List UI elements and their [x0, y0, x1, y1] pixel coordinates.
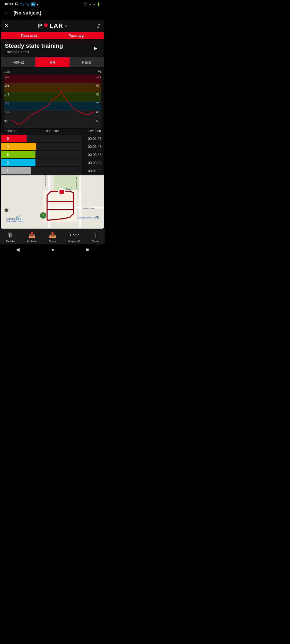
android-back-button[interactable]: ◀ [16, 247, 20, 253]
zone-1-number: 1 [1, 167, 15, 174]
android-recent-button[interactable]: ■ [86, 247, 89, 253]
tab-hr[interactable]: HR [35, 57, 69, 67]
zone-5-bar [15, 135, 82, 142]
pace-avg-label: Pace avg [68, 34, 84, 38]
more-icon: ⋮ [92, 232, 98, 239]
bpm-label: bpm [4, 70, 10, 74]
more-label: More [92, 240, 99, 243]
reply-all-button[interactable]: ↩↩ Reply all [68, 232, 80, 243]
zone-3-number: 3 [1, 151, 15, 158]
zones-container: 5 00:01:08 4 00:03:47 3 00:03:35 2 [1, 135, 104, 174]
delete-icon: 🗑 [8, 232, 13, 239]
svg-text:70: 70 [96, 102, 99, 105]
back-button[interactable]: ← [4, 9, 10, 16]
zone-5-time: 00:01:08 [82, 137, 104, 141]
pace-bar: Pace max Pace avg [1, 32, 104, 39]
polar-logo: PLAR® [38, 22, 67, 29]
zone-2-number: 2 [1, 159, 15, 166]
pace-max-label: Pace max [21, 34, 37, 38]
zone-4-bar [15, 143, 82, 150]
svg-text:125: 125 [4, 102, 9, 105]
email-subject: (No subject) [13, 10, 41, 16]
svg-text:🛒: 🛒 [16, 215, 21, 220]
status-time: 18:33 [4, 2, 13, 6]
chart-container: 179 161 143 125 107 90 100 90 80 70 60 5… [4, 75, 101, 128]
svg-rect-0 [4, 75, 101, 83]
svg-text:90: 90 [96, 84, 99, 87]
polar-header: × PLAR® ⤴ [1, 20, 104, 32]
archive-button[interactable]: 📥 Archive [27, 232, 37, 243]
training-title: Steady state training [5, 42, 63, 49]
zone-3-bar [15, 151, 82, 158]
face1-icon: 🐾 [20, 2, 24, 6]
signal-icon: ▲ [93, 3, 96, 6]
svg-text:Willock Ave: Willock Ave [83, 207, 95, 210]
polar-card: × PLAR® ⤴ Pace max Pace avg Steady state… [1, 20, 104, 229]
svg-rect-30 [54, 207, 104, 209]
zone-row-1: 1 00:01:23 [1, 167, 104, 174]
tab-fit-fat[interactable]: Fit/Fat [1, 57, 35, 67]
status-left: 18:33 🗨 🐾 🐾 in • [4, 2, 38, 6]
face2-icon: 🐾 [26, 2, 30, 6]
zone-4-time: 00:03:47 [82, 145, 104, 149]
zone-4-fill [15, 143, 36, 150]
training-section: Steady state training Training Benefit ▶ [1, 39, 104, 57]
time-label-2: 00:10:00 [88, 129, 101, 133]
more-button[interactable]: ⋮ More [92, 232, 99, 243]
zone-5-fill [15, 135, 27, 142]
svg-text:🛍: 🛍 [95, 215, 99, 219]
share-button[interactable]: ⤴ [97, 23, 100, 29]
svg-rect-4 [4, 110, 101, 128]
svg-rect-28 [79, 175, 81, 228]
zone-row-4: 4 00:03:47 [1, 143, 104, 150]
zone-2-time: 00:03:38 [82, 161, 104, 165]
tabs-row: Fit/Fat HR Pace [1, 57, 104, 67]
move-button[interactable]: 📤 Move [49, 232, 56, 243]
zone-2-fill [15, 159, 35, 166]
svg-text:143: 143 [4, 93, 9, 96]
zone-4-number: 4 [1, 143, 15, 150]
svg-text:🚶: 🚶 [42, 214, 46, 217]
polar-logo-dot [44, 23, 48, 27]
close-button[interactable]: × [5, 22, 8, 29]
chart-labels-row: bpm % [4, 70, 101, 74]
reply-all-icon: ↩↩ [69, 232, 79, 239]
zone-3-time: 00:03:35 [82, 153, 104, 157]
time-label-0: 00:00:00 [4, 129, 16, 133]
svg-rect-35 [59, 190, 64, 194]
tab-pace[interactable]: Pace [70, 57, 104, 67]
reply-all-label: Reply all [68, 240, 80, 243]
delete-button[interactable]: 🗑 Delete [6, 232, 15, 243]
svg-text:🎓: 🎓 [4, 208, 9, 213]
linkedin-icon: in [31, 2, 35, 6]
zone-1-bar [15, 167, 82, 174]
play-button[interactable]: ▶ [91, 44, 100, 53]
wifi-icon: ▲ [89, 3, 92, 6]
archive-label: Archive [27, 240, 37, 243]
zone-1-fill [15, 167, 31, 174]
move-label: Move [49, 240, 56, 243]
hr-chart: 179 161 143 125 107 90 100 90 80 70 60 5… [4, 75, 101, 128]
training-subtitle: Training Benefit [5, 50, 63, 54]
android-home-button[interactable]: ● [51, 247, 54, 253]
zone-1-time: 00:01:23 [82, 169, 104, 173]
svg-text:Coles: Coles [66, 188, 72, 191]
svg-text:107: 107 [4, 111, 9, 114]
move-icon: 📤 [49, 232, 56, 239]
zone-3-fill [15, 151, 35, 158]
zone-5-number: 5 [1, 135, 15, 142]
svg-text:161: 161 [4, 84, 9, 87]
svg-text:100: 100 [96, 75, 101, 78]
chart-time-row: 00:00:00 00:05:00 00:10:00 [4, 128, 101, 135]
svg-rect-1 [4, 83, 101, 92]
zone-row-2: 2 00:03:38 [1, 159, 104, 166]
svg-text:60: 60 [96, 111, 99, 114]
dot-icon: • [37, 2, 38, 6]
zone-row-3: 3 00:03:35 [1, 151, 104, 158]
message-icon: 🗨 [15, 2, 18, 6]
svg-text:Spotlight Miranda: Spotlight Miranda [77, 216, 96, 219]
battery-icon: 🔋 [97, 2, 100, 6]
archive-icon: 📥 [28, 232, 35, 239]
delete-label: Delete [6, 240, 15, 243]
svg-text:179: 179 [4, 75, 9, 78]
